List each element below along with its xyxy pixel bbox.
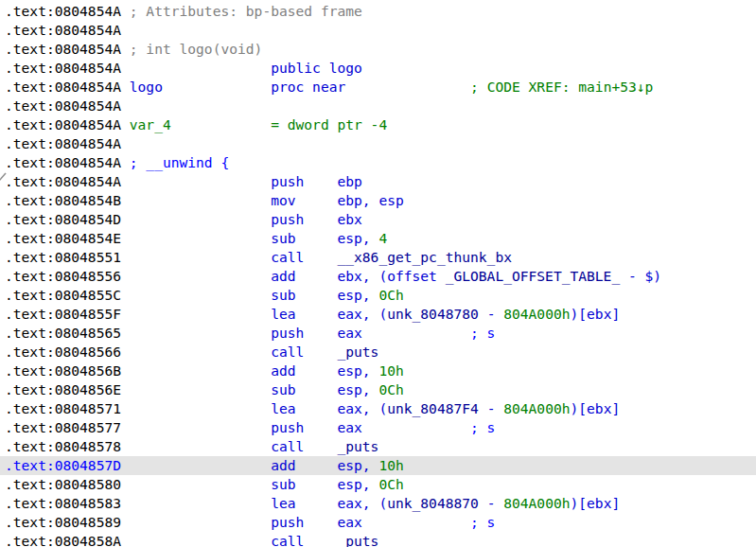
asm-segment: public logo <box>121 60 362 76</box>
asm-line[interactable]: .text:0804856B add esp, 10h <box>0 362 756 380</box>
asm-line[interactable]: .text:0804854A ; __unwind { <box>0 153 756 172</box>
asm-segment: add esp, <box>121 457 378 473</box>
asm-line[interactable]: .text:0804854A var_4 = dword ptr -4 <box>0 115 756 134</box>
asm-segment: add ebx, (offset <box>121 268 446 284</box>
asm-segment: - <box>479 400 503 416</box>
asm-line[interactable]: .text:0804856E sub esp, 0Ch <box>0 380 756 399</box>
asm-line[interactable]: .text:08048577 push eax ; s <box>0 418 756 437</box>
asm-line[interactable]: .text:08048566 call _puts <box>0 343 756 362</box>
asm-segment: var_4 <box>130 116 171 132</box>
asm-segment: _puts <box>337 438 378 454</box>
asm-segment: .text:08048571 <box>5 400 121 416</box>
asm-segment: 10h <box>378 362 403 379</box>
asm-segment: )[ebx] <box>571 400 621 416</box>
asm-segment: sub esp, <box>121 381 378 397</box>
asm-segment: 0Ch <box>378 381 403 397</box>
asm-segment: lea eax, ( <box>121 495 387 511</box>
asm-line[interactable]: .text:0804854E sub esp, 4 <box>0 229 756 248</box>
asm-segment: _puts <box>337 344 378 360</box>
asm-line[interactable]: .text:0804854A <box>0 134 756 153</box>
asm-segment: ; Attributes: bp-based frame <box>130 3 362 19</box>
asm-line[interactable]: .text:0804854A public logo <box>0 59 756 78</box>
asm-segment: 0Ch <box>378 476 403 492</box>
asm-segment: .text:0804854A <box>5 135 121 151</box>
asm-segment: )[ebx] <box>571 495 621 511</box>
asm-segment: .text:08048580 <box>5 476 121 492</box>
asm-segment: = dword ptr -4 <box>271 116 387 132</box>
asm-line[interactable]: .text:08048551 call __x86_get_pc_thunk_b… <box>0 248 756 267</box>
asm-line-current[interactable]: .text:0804857D add esp, 10h <box>0 456 756 475</box>
asm-line[interactable]: .text:0804854A logo proc near ; CODE XRE… <box>0 78 756 97</box>
disassembly-listing[interactable]: .text:0804854A ; Attributes: bp-based fr… <box>0 0 756 547</box>
asm-segment: 804A000h <box>503 495 570 511</box>
asm-segment: .text:08048578 <box>5 438 121 454</box>
asm-segment: ; s <box>470 514 495 530</box>
asm-segment: .text:08048577 <box>5 419 121 435</box>
asm-line[interactable]: .text:0804854B mov ebp, esp <box>0 191 756 210</box>
asm-segment: _GLOBAL_OFFSET_TABLE_ <box>446 268 621 284</box>
asm-segment: ; int logo(void) <box>130 41 263 57</box>
asm-line[interactable]: .text:08048571 lea eax, (unk_80487F4 - 8… <box>0 399 756 418</box>
asm-line[interactable]: .text:08048580 sub esp, 0Ch <box>0 475 756 494</box>
asm-line[interactable]: .text:0804854A <box>0 97 756 115</box>
asm-segment: .text:0804855F <box>5 306 121 322</box>
asm-segment: proc near <box>271 79 345 95</box>
asm-segment: 804A000h <box>503 400 570 416</box>
asm-line[interactable]: .text:08048583 lea eax, (unk_8048870 - 8… <box>0 494 756 513</box>
asm-line[interactable]: .text:0804854A ; int logo(void) <box>0 40 756 59</box>
asm-segment: unk_80487F4 <box>387 400 479 416</box>
asm-segment: .text:08048565 <box>5 325 121 341</box>
asm-segment: logo <box>130 79 163 95</box>
asm-segment: .text:0804854A <box>5 41 130 57</box>
asm-segment: ; s <box>470 325 495 341</box>
asm-line[interactable]: .text:08048578 call _puts <box>0 437 756 456</box>
asm-segment: ; CODE XREF: main+53↓p <box>470 79 653 95</box>
asm-segment: call <box>121 533 337 547</box>
asm-segment: sub esp, <box>121 476 378 492</box>
asm-segment: 10h <box>378 457 403 473</box>
asm-segment: .text:08048551 <box>5 249 121 265</box>
asm-segment: .text:0804854A <box>5 60 121 76</box>
asm-segment: 804A000h <box>503 306 570 322</box>
asm-line[interactable]: .text:08048556 add ebx, (offset _GLOBAL_… <box>0 267 756 286</box>
asm-segment: 0Ch <box>378 287 403 303</box>
asm-segment: .text:0804856B <box>5 362 121 379</box>
asm-line[interactable]: .text:0804855C sub esp, 0Ch <box>0 286 756 305</box>
asm-line[interactable]: .text:0804854A ; Attributes: bp-based fr… <box>0 2 756 21</box>
asm-segment: _puts <box>337 533 378 547</box>
asm-segment: .text:0804855C <box>5 287 121 303</box>
asm-line[interactable]: .text:0804858A call _puts <box>0 532 756 547</box>
jump-mark-icon <box>0 171 8 183</box>
asm-segment: 4 <box>378 230 387 246</box>
asm-segment <box>345 79 470 95</box>
asm-segment: mov ebp, esp <box>121 192 404 208</box>
asm-segment: sub esp, <box>121 287 378 303</box>
asm-segment: sub esp, <box>121 230 378 246</box>
asm-segment: call <box>121 249 337 265</box>
asm-segment: .text:0804854A <box>5 116 130 132</box>
asm-line[interactable]: .text:0804854A push ebp <box>0 172 756 191</box>
asm-line[interactable]: .text:0804854A <box>0 21 756 40</box>
asm-line[interactable]: .text:0804854D push ebx <box>0 210 756 229</box>
asm-segment: .text:0804856E <box>5 381 121 397</box>
asm-segment: .text:0804854A <box>5 22 121 38</box>
asm-segment: push ebx <box>121 211 362 227</box>
asm-line[interactable]: .text:08048565 push eax ; s <box>0 324 756 343</box>
asm-segment: .text:0804854E <box>5 230 121 246</box>
asm-segment: call <box>121 344 337 360</box>
asm-segment: - <box>479 306 503 322</box>
asm-segment: .text:0804854A <box>5 97 121 114</box>
asm-segment: lea eax, ( <box>121 400 387 416</box>
asm-segment: .text:0804854A <box>5 154 130 170</box>
asm-line[interactable]: .text:0804855F lea eax, (unk_8048780 - 8… <box>0 305 756 324</box>
asm-segment: lea eax, ( <box>121 306 387 322</box>
asm-segment: push eax <box>121 325 470 341</box>
asm-segment: - $) <box>620 268 661 284</box>
asm-segment: unk_8048870 <box>387 495 479 511</box>
asm-line[interactable]: .text:08048589 push eax ; s <box>0 513 756 532</box>
asm-segment: .text:0804857D <box>5 457 121 473</box>
asm-segment: call <box>121 438 337 454</box>
asm-segment: .text:08048566 <box>5 344 121 360</box>
asm-segment: .text:0804854B <box>5 192 121 208</box>
asm-segment: .text:0804854A <box>5 3 130 19</box>
